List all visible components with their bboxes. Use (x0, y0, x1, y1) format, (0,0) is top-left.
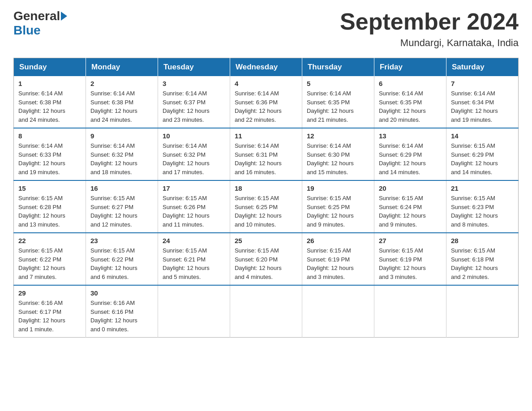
table-row: 7 Sunrise: 6:14 AMSunset: 6:34 PMDayligh… (446, 76, 518, 128)
table-row: 21 Sunrise: 6:15 AMSunset: 6:23 PMDaylig… (446, 180, 518, 233)
day-info: Sunrise: 6:15 AMSunset: 6:21 PMDaylight:… (163, 247, 210, 280)
day-info: Sunrise: 6:14 AMSunset: 6:31 PMDaylight:… (235, 142, 282, 176)
day-info: Sunrise: 6:15 AMSunset: 6:25 PMDaylight:… (235, 195, 282, 228)
header-sunday: Sunday (14, 58, 86, 77)
day-number: 20 (379, 184, 442, 192)
header-friday: Friday (374, 58, 446, 77)
calendar-header-row: Sunday Monday Tuesday Wednesday Thursday… (14, 58, 519, 77)
table-row: 30 Sunrise: 6:16 AMSunset: 6:16 PMDaylig… (86, 285, 158, 338)
day-info: Sunrise: 6:15 AMSunset: 6:24 PMDaylight:… (379, 195, 426, 228)
day-number: 5 (307, 80, 369, 87)
title-section: September 2024 Mundargi, Karnataka, Indi… (340, 9, 519, 49)
day-number: 1 (18, 80, 81, 87)
day-number: 4 (235, 80, 297, 87)
day-number: 28 (451, 237, 514, 244)
table-row: 9 Sunrise: 6:14 AMSunset: 6:32 PMDayligh… (86, 128, 158, 180)
table-row: 13 Sunrise: 6:14 AMSunset: 6:29 PMDaylig… (374, 128, 446, 180)
table-row: 22 Sunrise: 6:15 AMSunset: 6:22 PMDaylig… (14, 233, 86, 285)
day-number: 22 (18, 237, 81, 244)
table-row: 11 Sunrise: 6:14 AMSunset: 6:31 PMDaylig… (230, 128, 302, 180)
day-info: Sunrise: 6:14 AMSunset: 6:32 PMDaylight:… (90, 142, 137, 176)
day-info: Sunrise: 6:14 AMSunset: 6:30 PMDaylight:… (307, 142, 354, 176)
logo-general-text: General (13, 9, 60, 23)
table-row: 3 Sunrise: 6:14 AMSunset: 6:37 PMDayligh… (158, 76, 230, 128)
day-number: 30 (90, 289, 153, 297)
table-row (446, 285, 518, 338)
table-row: 19 Sunrise: 6:15 AMSunset: 6:25 PMDaylig… (302, 180, 374, 233)
day-number: 29 (18, 289, 81, 297)
day-number: 11 (235, 132, 297, 140)
day-info: Sunrise: 6:14 AMSunset: 6:36 PMDaylight:… (235, 90, 282, 123)
day-info: Sunrise: 6:15 AMSunset: 6:18 PMDaylight:… (451, 247, 498, 280)
day-info: Sunrise: 6:14 AMSunset: 6:32 PMDaylight:… (163, 142, 210, 176)
table-row: 1 Sunrise: 6:14 AMSunset: 6:38 PMDayligh… (14, 76, 86, 128)
table-row: 5 Sunrise: 6:14 AMSunset: 6:35 PMDayligh… (302, 76, 374, 128)
day-info: Sunrise: 6:15 AMSunset: 6:28 PMDaylight:… (18, 195, 65, 228)
table-row: 12 Sunrise: 6:14 AMSunset: 6:30 PMDaylig… (302, 128, 374, 180)
calendar-week-row: 1 Sunrise: 6:14 AMSunset: 6:38 PMDayligh… (14, 76, 519, 128)
table-row: 23 Sunrise: 6:15 AMSunset: 6:22 PMDaylig… (86, 233, 158, 285)
table-row: 18 Sunrise: 6:15 AMSunset: 6:25 PMDaylig… (230, 180, 302, 233)
day-number: 25 (235, 237, 297, 244)
calendar-week-row: 22 Sunrise: 6:15 AMSunset: 6:22 PMDaylig… (14, 233, 519, 285)
header-monday: Monday (86, 58, 158, 77)
day-info: Sunrise: 6:15 AMSunset: 6:19 PMDaylight:… (307, 247, 354, 280)
day-number: 2 (90, 80, 153, 87)
day-info: Sunrise: 6:16 AMSunset: 6:17 PMDaylight:… (18, 300, 65, 333)
header-thursday: Thursday (302, 58, 374, 77)
day-info: Sunrise: 6:15 AMSunset: 6:27 PMDaylight:… (90, 195, 137, 228)
day-number: 15 (18, 184, 81, 192)
table-row: 4 Sunrise: 6:14 AMSunset: 6:36 PMDayligh… (230, 76, 302, 128)
calendar-table: Sunday Monday Tuesday Wednesday Thursday… (13, 58, 519, 338)
day-info: Sunrise: 6:14 AMSunset: 6:38 PMDaylight:… (18, 90, 65, 123)
logo: General Blue (13, 9, 68, 38)
day-info: Sunrise: 6:15 AMSunset: 6:22 PMDaylight:… (90, 247, 137, 280)
day-info: Sunrise: 6:15 AMSunset: 6:29 PMDaylight:… (451, 142, 498, 176)
day-number: 13 (379, 132, 442, 140)
day-number: 9 (90, 132, 153, 140)
day-number: 10 (163, 132, 225, 140)
day-number: 19 (307, 184, 369, 192)
logo-arrow-icon (61, 12, 67, 21)
day-number: 26 (307, 237, 369, 244)
header-tuesday: Tuesday (158, 58, 230, 77)
day-info: Sunrise: 6:15 AMSunset: 6:23 PMDaylight:… (451, 195, 498, 228)
table-row: 25 Sunrise: 6:15 AMSunset: 6:20 PMDaylig… (230, 233, 302, 285)
header-wednesday: Wednesday (230, 58, 302, 77)
table-row: 27 Sunrise: 6:15 AMSunset: 6:19 PMDaylig… (374, 233, 446, 285)
day-number: 21 (451, 184, 514, 192)
table-row: 6 Sunrise: 6:14 AMSunset: 6:35 PMDayligh… (374, 76, 446, 128)
table-row (158, 285, 230, 338)
day-number: 27 (379, 237, 442, 244)
calendar-week-row: 8 Sunrise: 6:14 AMSunset: 6:33 PMDayligh… (14, 128, 519, 180)
day-number: 8 (18, 132, 81, 140)
day-info: Sunrise: 6:16 AMSunset: 6:16 PMDaylight:… (90, 300, 137, 333)
day-info: Sunrise: 6:14 AMSunset: 6:33 PMDaylight:… (18, 142, 65, 176)
table-row (302, 285, 374, 338)
table-row: 14 Sunrise: 6:15 AMSunset: 6:29 PMDaylig… (446, 128, 518, 180)
day-info: Sunrise: 6:15 AMSunset: 6:19 PMDaylight:… (379, 247, 426, 280)
calendar-title: September 2024 (340, 9, 519, 34)
day-number: 3 (163, 80, 225, 87)
day-info: Sunrise: 6:15 AMSunset: 6:26 PMDaylight:… (163, 195, 210, 228)
day-info: Sunrise: 6:15 AMSunset: 6:20 PMDaylight:… (235, 247, 282, 280)
table-row: 29 Sunrise: 6:16 AMSunset: 6:17 PMDaylig… (14, 285, 86, 338)
day-number: 16 (90, 184, 153, 192)
day-info: Sunrise: 6:14 AMSunset: 6:29 PMDaylight:… (379, 142, 426, 176)
day-number: 14 (451, 132, 514, 140)
day-number: 6 (379, 80, 442, 87)
table-row (230, 285, 302, 338)
table-row: 8 Sunrise: 6:14 AMSunset: 6:33 PMDayligh… (14, 128, 86, 180)
table-row: 24 Sunrise: 6:15 AMSunset: 6:21 PMDaylig… (158, 233, 230, 285)
calendar-week-row: 15 Sunrise: 6:15 AMSunset: 6:28 PMDaylig… (14, 180, 519, 233)
table-row (374, 285, 446, 338)
page-header: General Blue September 2024 Mundargi, Ka… (13, 9, 519, 49)
calendar-subtitle: Mundargi, Karnataka, India (340, 37, 519, 49)
day-info: Sunrise: 6:14 AMSunset: 6:38 PMDaylight:… (90, 90, 137, 123)
day-info: Sunrise: 6:15 AMSunset: 6:22 PMDaylight:… (18, 247, 65, 280)
day-number: 12 (307, 132, 369, 140)
table-row: 16 Sunrise: 6:15 AMSunset: 6:27 PMDaylig… (86, 180, 158, 233)
day-info: Sunrise: 6:15 AMSunset: 6:25 PMDaylight:… (307, 195, 354, 228)
header-saturday: Saturday (446, 58, 518, 77)
table-row: 20 Sunrise: 6:15 AMSunset: 6:24 PMDaylig… (374, 180, 446, 233)
